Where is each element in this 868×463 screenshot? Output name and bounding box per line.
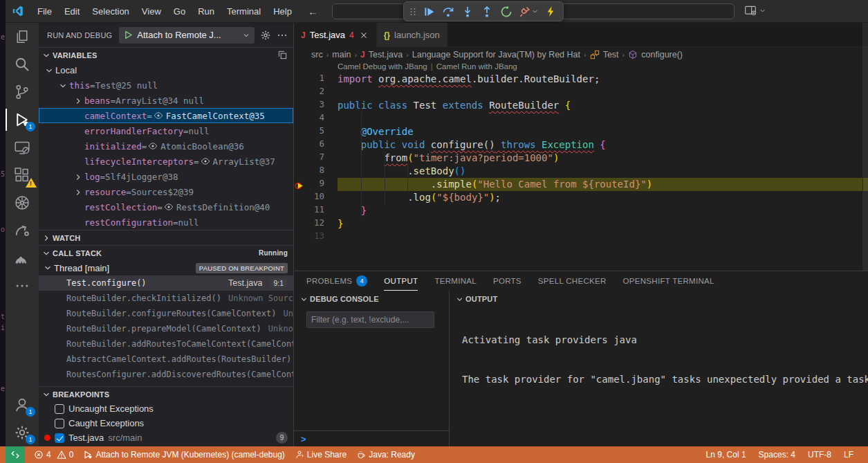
activity-source-control[interactable]: [6, 78, 39, 106]
drag-handle-icon[interactable]: [407, 3, 418, 20]
variable-row[interactable]: restCollection = RestsDefinition@40: [39, 199, 293, 215]
stack-frame-row[interactable]: AbstractCamelContext.addRoutes(RoutesBui…: [39, 352, 293, 367]
menu-edit[interactable]: Edit: [58, 3, 86, 19]
tab-test-java[interactable]: J Test.java 4: [294, 23, 377, 47]
breakpoint-gutter[interactable]: [294, 99, 305, 112]
nav-back-icon[interactable]: ←: [308, 6, 318, 17]
breadcrumb-main[interactable]: main: [332, 50, 351, 60]
lazy-eval-eye-icon[interactable]: [164, 202, 174, 212]
variables-section-header[interactable]: VARIABLES: [39, 47, 293, 62]
views-more-icon[interactable]: [277, 30, 288, 41]
stack-frame-row[interactable]: RouteBuilder.checkInitialized()Unknown S…: [39, 291, 293, 306]
stack-frame-row[interactable]: RouteBuilder.addRoutesToCamelContext(Cam…: [39, 336, 293, 352]
debug-console-prompt[interactable]: >: [294, 430, 449, 446]
output-header[interactable]: OUTPUT: [450, 291, 868, 307]
lazy-eval-eye-icon[interactable]: [148, 141, 158, 151]
menu-help[interactable]: Help: [267, 3, 298, 19]
breakpoint-row[interactable]: Uncaught Exceptions: [39, 401, 293, 416]
debug-console-filter-input[interactable]: [306, 311, 434, 328]
breakpoint-gutter[interactable]: [294, 112, 305, 125]
live-share-status[interactable]: Live Share: [290, 446, 351, 463]
tab-problems[interactable]: PROBLEMS4: [306, 271, 367, 291]
variable-row[interactable]: resource = Sources$2@39: [39, 184, 293, 199]
breadcrumb-method[interactable]: configure(): [641, 50, 683, 60]
watch-section-header[interactable]: WATCH: [39, 230, 293, 245]
menu-go[interactable]: Go: [167, 3, 192, 19]
checkbox-unchecked[interactable]: [55, 404, 64, 414]
breakpoints-section-header[interactable]: BREAKPOINTS: [39, 386, 293, 401]
debug-session-status[interactable]: Attach to Remote JVM (Kubernetes) (camel…: [78, 446, 289, 463]
checkbox-checked[interactable]: [55, 433, 64, 443]
variable-row[interactable]: this = Test@25 null: [39, 78, 293, 93]
thread-row[interactable]: Thread [main] PAUSED ON BREAKPOINT: [39, 260, 293, 275]
launch-config-dropdown[interactable]: Attach to Remote J...: [119, 27, 255, 44]
activity-more[interactable]: [6, 272, 39, 300]
breadcrumb-src[interactable]: src: [311, 50, 323, 60]
activity-extensions[interactable]: !: [6, 161, 39, 189]
variable-row-selected[interactable]: camelContext = FastCamelContext@35: [39, 108, 293, 123]
breakpoint-gutter[interactable]: [294, 73, 305, 86]
variable-row[interactable]: log = Slf4jLogger@38: [39, 169, 293, 184]
breakpoint-gutter[interactable]: [294, 138, 305, 152]
paused-breakpoint-gutter[interactable]: [294, 178, 305, 191]
indentation-status[interactable]: Spaces: 4: [754, 450, 800, 460]
breadcrumb-extension[interactable]: Language Support for Java(TM) by Red Hat: [412, 50, 580, 60]
breakpoint-gutter[interactable]: [294, 204, 305, 217]
tab-ports[interactable]: PORTS: [493, 271, 521, 291]
tab-terminal[interactable]: TERMINAL: [434, 271, 477, 291]
stack-frame-row[interactable]: RouteBuilder.prepareModel(CamelContext)U…: [39, 321, 293, 336]
copy-value-icon[interactable]: [277, 50, 288, 60]
step-out-icon[interactable]: [478, 3, 496, 20]
tab-launch-json[interactable]: {} launch.json: [377, 23, 447, 47]
breakpoint-gutter[interactable]: [294, 230, 305, 244]
tab-spell-checker[interactable]: SPELL CHECKER: [538, 271, 607, 291]
breakpoint-row[interactable]: Caught Exceptions: [39, 416, 293, 430]
stack-frame-row-selected[interactable]: Test.configure() Test.java 9:1: [39, 275, 293, 291]
breadcrumb-class[interactable]: Test: [603, 50, 619, 60]
encoding-status[interactable]: UTF-8: [803, 450, 836, 460]
variable-row[interactable]: beans = ArrayList@34 null: [39, 93, 293, 108]
menu-run[interactable]: Run: [192, 3, 221, 19]
menu-selection[interactable]: Selection: [86, 3, 135, 19]
step-into-icon[interactable]: [459, 3, 477, 20]
eol-status[interactable]: LF: [839, 450, 858, 460]
activity-openshift[interactable]: [6, 217, 39, 244]
codelens-camel-run[interactable]: Camel Run with JBang: [436, 62, 517, 73]
breakpoint-gutter[interactable]: [294, 191, 305, 204]
remote-indicator[interactable]: [6, 446, 25, 463]
customize-layout-button[interactable]: [744, 4, 766, 17]
activity-run-and-debug[interactable]: 1: [6, 106, 39, 134]
cursor-position-status[interactable]: Ln 9, Col 1: [701, 450, 751, 460]
breakpoint-gutter[interactable]: [294, 152, 305, 165]
disconnect-icon[interactable]: [517, 3, 540, 20]
stack-frame-row[interactable]: RouteBuilder.configureRoutes(CamelContex…: [39, 306, 293, 321]
variable-row[interactable]: restConfiguration = null: [39, 215, 293, 230]
debug-console-header[interactable]: DEBUG CONSOLE: [294, 291, 449, 307]
checkbox-unchecked[interactable]: [55, 419, 64, 428]
activity-remote-explorer[interactable]: [6, 134, 39, 161]
breakpoint-gutter[interactable]: [294, 217, 305, 230]
call-stack-section-header[interactable]: CALL STACK Running: [39, 245, 293, 260]
manage-button[interactable]: 1: [6, 419, 39, 446]
hot-code-replace-icon[interactable]: [542, 3, 560, 20]
variable-row[interactable]: initialized = AtomicBoolean@36: [39, 138, 293, 154]
activity-camel[interactable]: [6, 244, 39, 272]
problems-status[interactable]: 4 0: [29, 446, 78, 463]
activity-kubernetes[interactable]: [6, 189, 39, 217]
restart-icon[interactable]: [497, 3, 515, 20]
tab-openshift-terminal[interactable]: OPENSHIFT TERMINAL: [623, 271, 714, 291]
close-icon[interactable]: [358, 30, 369, 41]
continue-icon[interactable]: [420, 3, 438, 20]
step-over-icon[interactable]: [439, 3, 457, 20]
menu-view[interactable]: View: [136, 3, 167, 19]
breadcrumb-file[interactable]: Test.java: [369, 50, 403, 60]
breakpoint-gutter[interactable]: [294, 86, 305, 99]
menu-file[interactable]: File: [31, 3, 58, 19]
activity-explorer[interactable]: [6, 23, 39, 51]
variable-row[interactable]: lifecycleInterceptors = ArrayList@37: [39, 154, 293, 169]
java-status[interactable]: Java: Ready: [351, 446, 420, 463]
tab-output[interactable]: OUTPUT: [384, 271, 418, 291]
codelens-camel-debug[interactable]: Camel Debug with JBang: [338, 62, 427, 73]
code-editor[interactable]: Camel Debug with JBang | Camel Run with …: [294, 62, 868, 271]
lazy-eval-eye-icon[interactable]: [201, 156, 210, 166]
